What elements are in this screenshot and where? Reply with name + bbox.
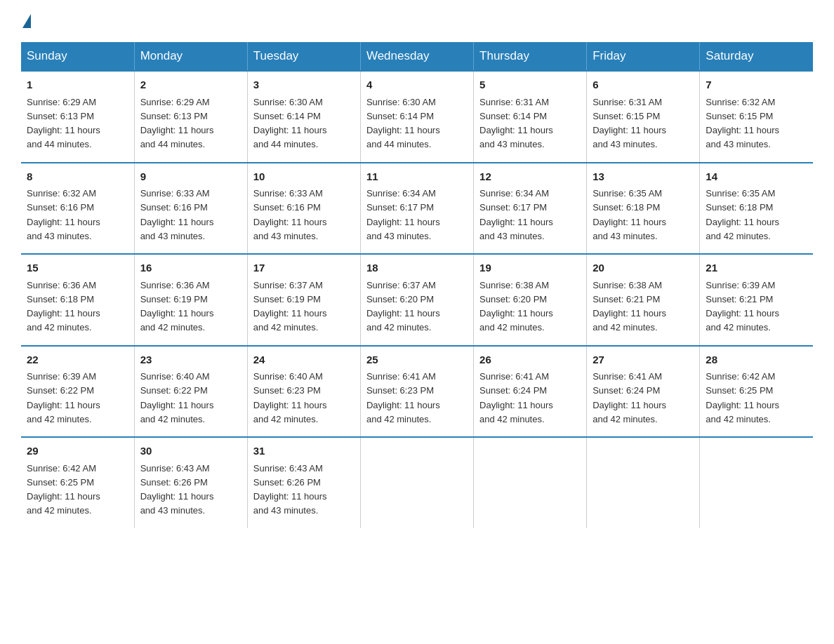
calendar-cell: 4 Sunrise: 6:30 AMSunset: 6:14 PMDayligh… [360, 71, 473, 163]
page-header: Blue [21, 14, 813, 28]
calendar-cell: 26 Sunrise: 6:41 AMSunset: 6:24 PMDaylig… [474, 346, 587, 438]
day-number: 17 [253, 260, 355, 276]
calendar-cell [700, 437, 813, 528]
day-number: 26 [479, 352, 581, 368]
day-number: 15 [27, 260, 128, 276]
calendar-cell: 21 Sunrise: 6:39 AMSunset: 6:21 PMDaylig… [700, 254, 813, 346]
day-info: Sunrise: 6:41 AMSunset: 6:24 PMDaylight:… [593, 371, 666, 424]
calendar-cell: 17 Sunrise: 6:37 AMSunset: 6:19 PMDaylig… [247, 254, 360, 346]
header-saturday: Saturday [700, 42, 813, 71]
day-number: 13 [593, 169, 694, 185]
calendar-cell: 20 Sunrise: 6:38 AMSunset: 6:21 PMDaylig… [587, 254, 700, 346]
day-info: Sunrise: 6:30 AMSunset: 6:14 PMDaylight:… [366, 97, 440, 150]
calendar-cell: 14 Sunrise: 6:35 AMSunset: 6:18 PMDaylig… [700, 163, 813, 255]
day-number: 29 [27, 443, 128, 459]
day-number: 9 [140, 169, 241, 185]
day-info: Sunrise: 6:37 AMSunset: 6:20 PMDaylight:… [366, 280, 440, 333]
day-info: Sunrise: 6:30 AMSunset: 6:14 PMDaylight:… [253, 97, 327, 150]
day-number: 10 [253, 169, 355, 185]
day-info: Sunrise: 6:42 AMSunset: 6:25 PMDaylight:… [706, 371, 779, 424]
day-number: 18 [366, 260, 468, 276]
day-number: 14 [706, 169, 807, 185]
calendar-cell: 31 Sunrise: 6:43 AMSunset: 6:26 PMDaylig… [247, 437, 360, 528]
day-number: 5 [479, 77, 581, 93]
calendar-cell: 6 Sunrise: 6:31 AMSunset: 6:15 PMDayligh… [587, 71, 700, 163]
day-number: 23 [140, 352, 241, 368]
logo: Blue [21, 14, 32, 28]
logo-triangle-icon [22, 14, 31, 28]
calendar-week-row: 8 Sunrise: 6:32 AMSunset: 6:16 PMDayligh… [21, 163, 813, 255]
calendar-cell: 7 Sunrise: 6:32 AMSunset: 6:15 PMDayligh… [700, 71, 813, 163]
calendar-cell: 29 Sunrise: 6:42 AMSunset: 6:25 PMDaylig… [21, 437, 134, 528]
header-thursday: Thursday [474, 42, 587, 71]
calendar-cell: 8 Sunrise: 6:32 AMSunset: 6:16 PMDayligh… [21, 163, 134, 255]
day-info: Sunrise: 6:32 AMSunset: 6:16 PMDaylight:… [27, 188, 100, 241]
header-sunday: Sunday [21, 42, 134, 71]
calendar-week-row: 1 Sunrise: 6:29 AMSunset: 6:13 PMDayligh… [21, 71, 813, 163]
header-wednesday: Wednesday [360, 42, 473, 71]
calendar-cell [360, 437, 473, 528]
day-number: 24 [253, 352, 355, 368]
day-info: Sunrise: 6:35 AMSunset: 6:18 PMDaylight:… [706, 188, 779, 241]
calendar-cell: 2 Sunrise: 6:29 AMSunset: 6:13 PMDayligh… [134, 71, 247, 163]
calendar-table: SundayMondayTuesdayWednesdayThursdayFrid… [21, 42, 813, 528]
calendar-cell: 24 Sunrise: 6:40 AMSunset: 6:23 PMDaylig… [247, 346, 360, 438]
day-info: Sunrise: 6:33 AMSunset: 6:16 PMDaylight:… [253, 188, 327, 241]
day-info: Sunrise: 6:32 AMSunset: 6:15 PMDaylight:… [706, 97, 779, 150]
calendar-cell: 18 Sunrise: 6:37 AMSunset: 6:20 PMDaylig… [360, 254, 473, 346]
day-info: Sunrise: 6:34 AMSunset: 6:17 PMDaylight:… [479, 188, 553, 241]
calendar-cell: 23 Sunrise: 6:40 AMSunset: 6:22 PMDaylig… [134, 346, 247, 438]
calendar-cell: 13 Sunrise: 6:35 AMSunset: 6:18 PMDaylig… [587, 163, 700, 255]
calendar-cell: 19 Sunrise: 6:38 AMSunset: 6:20 PMDaylig… [474, 254, 587, 346]
day-info: Sunrise: 6:39 AMSunset: 6:21 PMDaylight:… [706, 280, 779, 333]
header-monday: Monday [134, 42, 247, 71]
day-number: 11 [366, 169, 468, 185]
day-number: 16 [140, 260, 241, 276]
day-number: 8 [27, 169, 128, 185]
day-info: Sunrise: 6:29 AMSunset: 6:13 PMDaylight:… [140, 97, 214, 150]
day-number: 20 [593, 260, 694, 276]
day-number: 25 [366, 352, 468, 368]
day-number: 4 [366, 77, 468, 93]
calendar-week-row: 29 Sunrise: 6:42 AMSunset: 6:25 PMDaylig… [21, 437, 813, 528]
day-number: 6 [593, 77, 694, 93]
day-number: 2 [140, 77, 241, 93]
day-number: 7 [706, 77, 807, 93]
day-info: Sunrise: 6:31 AMSunset: 6:14 PMDaylight:… [479, 97, 553, 150]
calendar-cell: 30 Sunrise: 6:43 AMSunset: 6:26 PMDaylig… [134, 437, 247, 528]
day-info: Sunrise: 6:41 AMSunset: 6:23 PMDaylight:… [366, 371, 440, 424]
day-info: Sunrise: 6:40 AMSunset: 6:22 PMDaylight:… [140, 371, 214, 424]
day-info: Sunrise: 6:41 AMSunset: 6:24 PMDaylight:… [479, 371, 553, 424]
day-info: Sunrise: 6:35 AMSunset: 6:18 PMDaylight:… [593, 188, 666, 241]
calendar-cell [474, 437, 587, 528]
day-number: 30 [140, 443, 241, 459]
day-info: Sunrise: 6:33 AMSunset: 6:16 PMDaylight:… [140, 188, 214, 241]
header-friday: Friday [587, 42, 700, 71]
calendar-cell: 27 Sunrise: 6:41 AMSunset: 6:24 PMDaylig… [587, 346, 700, 438]
calendar-cell: 5 Sunrise: 6:31 AMSunset: 6:14 PMDayligh… [474, 71, 587, 163]
calendar-header-row: SundayMondayTuesdayWednesdayThursdayFrid… [21, 42, 813, 71]
day-info: Sunrise: 6:42 AMSunset: 6:25 PMDaylight:… [27, 463, 100, 516]
day-number: 28 [706, 352, 807, 368]
day-number: 27 [593, 352, 694, 368]
day-number: 1 [27, 77, 128, 93]
day-info: Sunrise: 6:37 AMSunset: 6:19 PMDaylight:… [253, 280, 327, 333]
calendar-cell: 15 Sunrise: 6:36 AMSunset: 6:18 PMDaylig… [21, 254, 134, 346]
day-info: Sunrise: 6:31 AMSunset: 6:15 PMDaylight:… [593, 97, 666, 150]
calendar-cell [587, 437, 700, 528]
day-info: Sunrise: 6:34 AMSunset: 6:17 PMDaylight:… [366, 188, 440, 241]
day-info: Sunrise: 6:29 AMSunset: 6:13 PMDaylight:… [27, 97, 100, 150]
header-tuesday: Tuesday [247, 42, 360, 71]
day-info: Sunrise: 6:39 AMSunset: 6:22 PMDaylight:… [27, 371, 100, 424]
day-number: 31 [253, 443, 355, 459]
day-info: Sunrise: 6:36 AMSunset: 6:18 PMDaylight:… [27, 280, 100, 333]
day-info: Sunrise: 6:38 AMSunset: 6:20 PMDaylight:… [479, 280, 553, 333]
day-number: 19 [479, 260, 581, 276]
day-number: 21 [706, 260, 807, 276]
day-number: 22 [27, 352, 128, 368]
calendar-cell: 28 Sunrise: 6:42 AMSunset: 6:25 PMDaylig… [700, 346, 813, 438]
calendar-cell: 11 Sunrise: 6:34 AMSunset: 6:17 PMDaylig… [360, 163, 473, 255]
calendar-cell: 25 Sunrise: 6:41 AMSunset: 6:23 PMDaylig… [360, 346, 473, 438]
calendar-cell: 16 Sunrise: 6:36 AMSunset: 6:19 PMDaylig… [134, 254, 247, 346]
calendar-week-row: 22 Sunrise: 6:39 AMSunset: 6:22 PMDaylig… [21, 346, 813, 438]
